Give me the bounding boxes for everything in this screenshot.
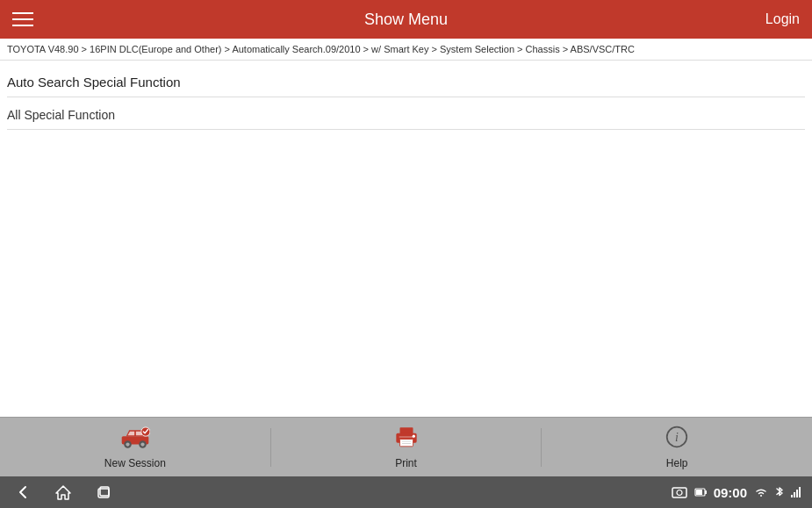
time-display: 09:00 [714, 485, 747, 500]
section-title: Auto Search Special Function [7, 69, 805, 97]
status-right: 09:00 [672, 485, 801, 500]
signal-icon [791, 486, 801, 498]
sub-title: All Special Function [7, 97, 805, 130]
new-session-label: New Session [104, 457, 166, 469]
svg-rect-11 [399, 439, 413, 446]
status-bar: 09:00 [0, 476, 812, 508]
new-session-button[interactable]: New Session [0, 426, 270, 469]
print-button[interactable]: Print [271, 426, 542, 469]
svg-rect-27 [794, 492, 795, 497]
svg-rect-14 [399, 436, 413, 438]
main-content: Auto Search Special Function All Special… [0, 61, 812, 417]
svg-point-15 [412, 434, 414, 437]
print-label: Print [395, 457, 417, 469]
svg-rect-24 [705, 490, 707, 494]
battery-icon [694, 486, 707, 498]
home-button[interactable] [51, 480, 75, 504]
car-icon [120, 426, 150, 454]
nav-buttons [11, 480, 116, 504]
svg-rect-21 [672, 488, 686, 497]
svg-point-7 [140, 442, 144, 446]
help-label: Help [666, 457, 688, 469]
svg-point-22 [677, 490, 682, 496]
bluetooth-icon [775, 486, 784, 498]
svg-rect-29 [799, 487, 801, 497]
hamburger-button[interactable] [12, 12, 33, 26]
header-title: Show Menu [364, 11, 448, 29]
login-button[interactable]: Login [765, 11, 800, 27]
svg-rect-28 [796, 490, 798, 497]
info-icon: i [665, 426, 688, 454]
back-button[interactable] [11, 480, 35, 504]
svg-rect-26 [791, 495, 793, 497]
printer-icon [393, 426, 420, 454]
wifi-icon [754, 487, 768, 497]
svg-text:i: i [675, 431, 679, 444]
svg-rect-25 [696, 490, 702, 495]
action-bar: New Session Print [0, 417, 812, 476]
help-button[interactable]: i Help [542, 426, 812, 469]
svg-marker-18 [56, 486, 70, 499]
svg-point-5 [126, 442, 129, 446]
screenshot-icon [672, 486, 687, 498]
header-bar: Show Menu Login [0, 0, 812, 39]
breadcrumb: TOYOTA V48.90 > 16PIN DLC(Europe and Oth… [0, 39, 812, 61]
recent-apps-button[interactable] [91, 480, 116, 504]
